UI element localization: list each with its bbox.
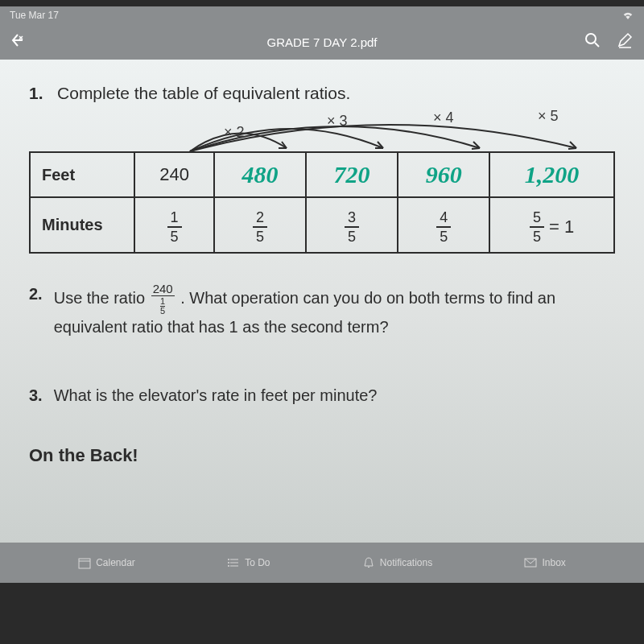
back-icon[interactable] — [11, 33, 27, 52]
q1-number: 1. — [29, 84, 43, 102]
feet-col5: 1,200 — [489, 152, 614, 197]
worksheet-page[interactable]: 1. Complete the table of equivalent rati… — [0, 60, 644, 543]
min-col2: 25 — [214, 197, 306, 253]
handwritten-720: 720 — [334, 161, 370, 188]
document-title: GRADE 7 DAY 2.pdf — [266, 35, 377, 49]
q2-body: Use the ratio 240 15 . What operation ca… — [54, 283, 615, 338]
svg-point-9 — [228, 562, 229, 564]
svg-point-8 — [228, 559, 229, 560]
calendar-icon — [78, 556, 91, 569]
q3-text: What is the elevator's rate in feet per … — [54, 386, 378, 405]
nav-notifications[interactable]: Notifications — [362, 556, 432, 569]
question-3: 3. What is the elevator's rate in feet p… — [29, 386, 615, 405]
handwritten-960: 960 — [426, 161, 462, 188]
nav-todo[interactable]: To Do — [227, 556, 270, 569]
feet-col4: 960 — [398, 152, 489, 197]
pdf-viewer-header: GRADE 7 DAY 2.pdf — [0, 24, 644, 60]
handwritten-1200: 1,200 — [525, 161, 580, 188]
ratio-fraction: 240 15 — [151, 283, 175, 316]
row-label-minutes: Minutes — [30, 197, 134, 253]
nav-calendar[interactable]: Calendar — [78, 556, 135, 569]
question-2: 2. Use the ratio 240 15 . What operation… — [29, 283, 615, 338]
multiplier-x4: × 4 — [433, 109, 454, 126]
feet-col1: 240 — [134, 152, 214, 197]
bottom-nav-bar: Calendar To Do Notifications Inbox — [0, 543, 644, 583]
q1-prompt: Complete the table of equivalent ratios. — [57, 84, 350, 102]
edit-icon[interactable] — [617, 32, 633, 52]
multiplier-x2: × 2 — [224, 124, 245, 141]
svg-point-0 — [586, 34, 596, 43]
feet-col2: 480 — [214, 152, 306, 197]
feet-col3: 720 — [306, 152, 398, 197]
table-row-minutes: Minutes 15 25 35 45 55= 1 — [30, 197, 614, 253]
table-row-feet: Feet 240 480 720 960 1,200 — [30, 152, 614, 197]
ios-status-bar: Tue Mar 17 — [0, 6, 644, 24]
min-col3: 35 — [306, 197, 398, 253]
bell-icon — [362, 556, 375, 569]
q2-number: 2. — [29, 283, 43, 338]
svg-rect-3 — [79, 559, 90, 568]
multiplier-x5: × 5 — [538, 108, 559, 125]
handwritten-480: 480 — [242, 161, 279, 188]
nav-inbox[interactable]: Inbox — [524, 556, 565, 569]
multiplier-x3: × 3 — [327, 113, 348, 130]
question-1: 1. Complete the table of equivalent rati… — [29, 84, 615, 103]
mail-icon — [524, 556, 537, 569]
min-col5: 55= 1 — [489, 197, 614, 253]
device-frame: Tue Mar 17 GRADE 7 DAY 2.pdf 1. Complete… — [0, 0, 644, 644]
wifi-icon — [621, 10, 634, 22]
ratio-table: Feet 240 480 720 960 1,200 Minutes 15 25… — [29, 151, 615, 254]
search-icon[interactable] — [584, 32, 601, 52]
min-col4: 45 — [398, 197, 489, 253]
min-col1: 15 — [134, 197, 214, 253]
svg-line-1 — [595, 43, 599, 47]
row-label-feet: Feet — [30, 152, 134, 197]
q3-number: 3. — [29, 386, 43, 405]
on-the-back-heading: On the Back! — [29, 445, 615, 466]
svg-point-10 — [228, 565, 229, 567]
status-datetime: Tue Mar 17 — [10, 10, 59, 21]
list-icon — [227, 556, 240, 569]
